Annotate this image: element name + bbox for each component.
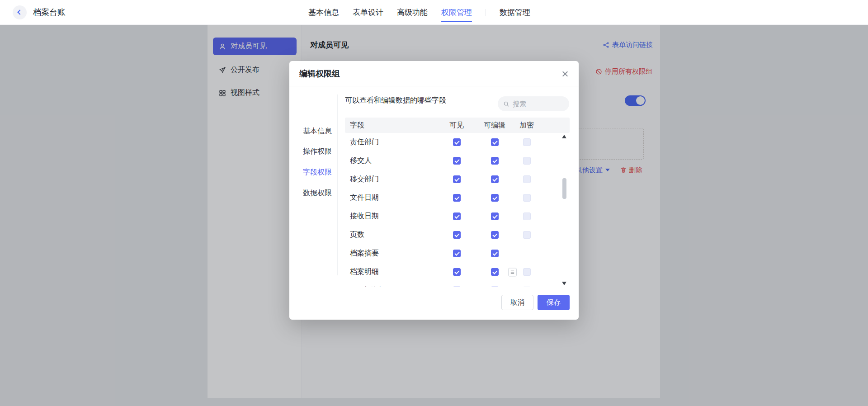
scroll-up-icon[interactable] [562,135,566,138]
table-scrollbar [561,133,568,287]
field-label: 移交人 [345,156,438,165]
editable-checkbox[interactable] [491,212,499,220]
editable-checkbox[interactable] [491,194,499,202]
tab-data-management[interactable]: 数据管理 [500,7,530,18]
tab-permissions[interactable]: 权限管理 [441,7,472,18]
field-label: 页数 [345,230,438,240]
field-label: 文件名 [345,286,438,287]
visible-checkbox[interactable] [453,250,461,257]
field-permission-hint: 可以查看和编辑数据的哪些字段 [345,96,446,105]
modal-tab-list: 基本信息 操作权限 字段权限 数据权限 [289,86,338,320]
field-row: 文件名 [345,281,570,287]
field-row: 移交人 [345,151,570,170]
modal-tab-operation-permissions[interactable]: 操作权限 [303,147,332,156]
field-row: 文件日期 [345,189,570,207]
field-table-header: 字段 可见 可编辑 加密 [345,118,570,133]
tab-advanced[interactable]: 高级功能 [397,7,428,18]
header-visible: 可见 [438,121,475,130]
encrypt-checkbox[interactable] [523,138,531,146]
header-editable: 可编辑 [475,121,514,130]
field-label: 移交部门 [345,175,438,184]
field-row: 档案摘要 [345,244,570,263]
modal-tab-field-permissions[interactable]: 字段权限 [303,168,332,177]
encrypt-checkbox[interactable] [523,212,531,220]
search-icon [503,101,509,107]
editable-checkbox[interactable] [491,268,499,276]
encrypt-checkbox[interactable] [523,194,531,202]
editable-checkbox[interactable] [491,231,499,239]
field-row: 责任部门 [345,133,570,151]
header-field: 字段 [345,121,438,130]
visible-checkbox[interactable] [453,231,461,239]
close-icon[interactable] [561,69,570,78]
field-row: 页数 [345,226,570,244]
field-table-body: 责任部门移交人移交部门文件日期接收日期页数档案摘要档案明细文件名 [345,133,570,287]
field-row: 移交部门 [345,170,570,189]
top-nav: 基本信息 表单设计 高级功能 权限管理 数据管理 [308,0,530,25]
editable-checkbox[interactable] [491,287,499,287]
modal-title: 编辑权限组 [299,61,340,86]
visible-checkbox[interactable] [453,212,461,220]
visible-checkbox[interactable] [453,175,461,183]
field-label: 文件日期 [345,193,438,203]
encrypt-checkbox[interactable] [523,268,531,276]
back-arrow-icon [17,9,22,14]
modal-header: 编辑权限组 [289,61,579,86]
field-row: 接收日期 [345,207,570,226]
editable-checkbox[interactable] [491,175,499,183]
back-button[interactable] [13,5,27,19]
visible-checkbox[interactable] [453,268,461,276]
nav-divider [486,9,486,16]
visible-checkbox[interactable] [453,138,461,146]
scroll-down-icon[interactable] [562,282,566,285]
encrypt-checkbox[interactable] [523,231,531,239]
header-encrypt: 加密 [514,121,539,130]
field-label: 档案明细 [345,267,438,277]
visible-checkbox[interactable] [453,194,461,202]
visible-checkbox[interactable] [453,157,461,165]
field-label: 责任部门 [345,137,438,147]
page-title: 档案台账 [33,0,66,25]
editable-checkbox[interactable] [491,157,499,165]
field-label: 接收日期 [345,212,438,221]
field-row: 档案明细 [345,263,570,281]
edit-permission-group-modal: 编辑权限组 基本信息 操作权限 字段权限 数据权限 可以查看和编辑数据的哪些字段… [289,61,579,320]
tab-basic-info[interactable]: 基本信息 [308,7,339,18]
encrypt-checkbox[interactable] [523,175,531,183]
editable-checkbox[interactable] [491,250,499,257]
tab-form-design[interactable]: 表单设计 [353,7,383,18]
editable-checkbox[interactable] [491,138,499,146]
scrollbar-thumb[interactable] [562,178,566,199]
encrypt-checkbox[interactable] [523,157,531,165]
visible-checkbox[interactable] [453,287,461,287]
modal-tab-data-permissions[interactable]: 数据权限 [303,189,332,198]
save-button[interactable]: 保存 [538,295,570,310]
field-label: 档案摘要 [345,249,438,258]
field-search-box [498,96,569,111]
encrypt-checkbox[interactable] [523,287,531,287]
cancel-button[interactable]: 取消 [501,295,533,310]
modal-tab-basic-info[interactable]: 基本信息 [303,127,332,136]
topbar: 档案台账 基本信息 表单设计 高级功能 权限管理 数据管理 [0,0,868,25]
field-search-input[interactable] [513,100,564,108]
